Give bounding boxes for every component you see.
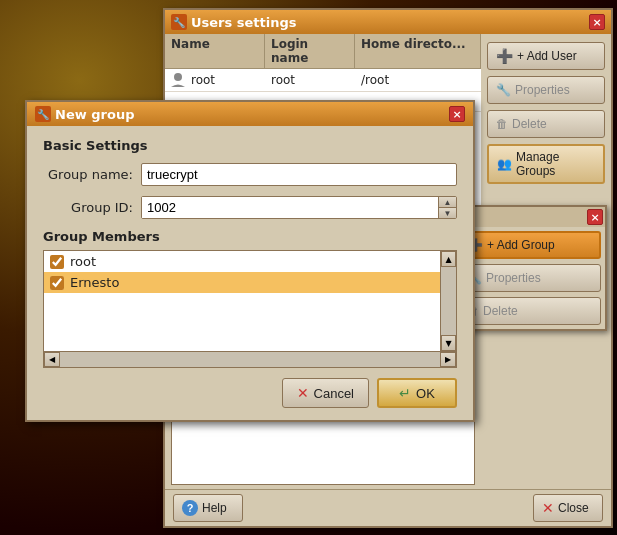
window-title: Users settings (191, 15, 297, 30)
help-icon: ? (182, 500, 198, 516)
manage-groups-popup: × ➕ + Add Group 🔧 Properties 🗑 Delete (452, 205, 607, 331)
users-settings-bottom: ? Help ✕ Close (165, 489, 611, 526)
scroll-up-button[interactable]: ▲ (441, 251, 456, 267)
users-settings-close-button[interactable]: × (589, 14, 605, 30)
group-id-spinbox: ▲ ▼ (141, 196, 457, 219)
manage-groups-button[interactable]: 👥 Manage Groups (487, 144, 605, 184)
member-name-ernesto: Ernesto (70, 275, 119, 290)
member-item-ernesto[interactable]: Ernesto (44, 272, 440, 293)
titlebar-left: 🔧 Users settings (171, 14, 297, 30)
properties-icon: 🔧 (496, 83, 511, 97)
user-icon (169, 71, 187, 89)
dialog-buttons: ✕ Cancel ↵ OK (43, 378, 457, 408)
table-header: Name Login name Home directo... (165, 34, 481, 69)
basic-settings-title: Basic Settings (43, 138, 457, 153)
group-name-row: Group name: (43, 163, 457, 186)
users-settings-titlebar: 🔧 Users settings × (165, 10, 611, 34)
dialog-body: Basic Settings Group name: Group ID: ▲ ▼… (27, 126, 473, 420)
group-id-row: Group ID: ▲ ▼ (43, 196, 457, 219)
spin-down-button[interactable]: ▼ (439, 208, 456, 218)
manage-groups-close-button[interactable]: × (587, 209, 603, 225)
cancel-icon: ✕ (297, 385, 309, 401)
scroll-left-button[interactable]: ◀ (44, 352, 60, 367)
add-group-button[interactable]: ➕ + Add Group (458, 231, 601, 259)
add-user-button[interactable]: ➕ + Add User (487, 42, 605, 70)
col-header-home: Home directo... (355, 34, 481, 68)
group-id-input[interactable] (142, 197, 438, 218)
popup-close-bar: × (454, 207, 605, 227)
members-title: Group Members (43, 229, 457, 244)
help-button[interactable]: ? Help (173, 494, 243, 522)
dialog-title: New group (55, 107, 134, 122)
group-delete-button[interactable]: 🗑 Delete (458, 297, 601, 325)
spinbox-arrows: ▲ ▼ (438, 197, 456, 218)
manage-groups-icon: 👥 (497, 157, 512, 171)
scroll-track (441, 267, 456, 335)
member-item-root[interactable]: root (44, 251, 440, 272)
add-user-icon: ➕ (496, 48, 513, 64)
spin-up-button[interactable]: ▲ (439, 197, 456, 208)
members-container: root Ernesto ▲ ▼ (43, 250, 457, 368)
new-group-dialog: 🔧 New group × Basic Settings Group name:… (25, 100, 475, 422)
cell-name: root (191, 73, 271, 87)
popup-content: ➕ + Add Group 🔧 Properties 🗑 Delete (454, 227, 605, 329)
cancel-button[interactable]: ✕ Cancel (282, 378, 369, 408)
delete-button[interactable]: 🗑 Delete (487, 110, 605, 138)
dialog-titlebar-left: 🔧 New group (35, 106, 134, 122)
member-checkbox-root[interactable] (50, 255, 64, 269)
dialog-icon: 🔧 (35, 106, 51, 122)
group-id-label: Group ID: (43, 200, 133, 215)
window-icon: 🔧 (171, 14, 187, 30)
member-name-root: root (70, 254, 96, 269)
table-row[interactable]: root root /root (165, 69, 481, 92)
members-list: root Ernesto (44, 251, 440, 351)
group-members-section: Group Members root Ernesto (43, 229, 457, 368)
group-properties-button[interactable]: 🔧 Properties (458, 264, 601, 292)
horizontal-scrollbar: ◀ ▶ (44, 351, 456, 367)
close-button[interactable]: ✕ Close (533, 494, 603, 522)
ok-icon: ↵ (399, 385, 411, 401)
ok-button[interactable]: ↵ OK (377, 378, 457, 408)
close-icon: ✕ (542, 500, 554, 516)
col-header-login: Login name (265, 34, 355, 68)
h-scroll-track (60, 352, 440, 367)
cell-login: root (271, 73, 361, 87)
member-checkbox-ernesto[interactable] (50, 276, 64, 290)
scroll-right-button[interactable]: ▶ (440, 352, 456, 367)
delete-icon: 🗑 (496, 117, 508, 131)
group-name-label: Group name: (43, 167, 133, 182)
scroll-down-button[interactable]: ▼ (441, 335, 456, 351)
properties-button[interactable]: 🔧 Properties (487, 76, 605, 104)
cell-home: /root (361, 73, 477, 87)
col-header-name: Name (165, 34, 265, 68)
svg-point-0 (174, 73, 182, 81)
new-group-titlebar: 🔧 New group × (27, 102, 473, 126)
members-list-with-scroll: root Ernesto ▲ ▼ (44, 251, 456, 351)
group-name-input[interactable] (141, 163, 457, 186)
vertical-scrollbar: ▲ ▼ (440, 251, 456, 351)
new-group-close-button[interactable]: × (449, 106, 465, 122)
